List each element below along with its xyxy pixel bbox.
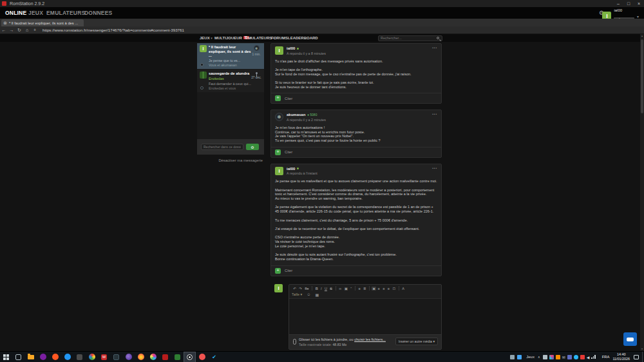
action-center-icon[interactable] (634, 355, 639, 359)
underline-icon[interactable]: U (323, 287, 328, 291)
tray-teams-icon[interactable] (567, 355, 572, 359)
choose-files-link[interactable]: choisir les fichiers... (354, 338, 386, 341)
taskbar-app-media[interactable] (86, 352, 98, 362)
page-scrollbar[interactable]: ▴ ▾ (640, 34, 644, 351)
fullscreen-icon[interactable]: ⊡ (391, 287, 397, 291)
insert-media-button[interactable]: Insérer un autre média ▾ (395, 338, 438, 345)
games-toolbar-label[interactable]: Jeux (526, 355, 535, 359)
thread-checkbox[interactable] (200, 86, 204, 90)
bold-icon[interactable]: B (314, 287, 319, 291)
tray-expand-icon[interactable]: ∧ (538, 355, 540, 359)
menu-emulateurs[interactable]: EMULATEURS (46, 10, 85, 16)
align-right-icon[interactable]: ≡ (381, 287, 386, 291)
nav-jeux[interactable]: JEUX ▾ (200, 36, 213, 40)
redo-icon[interactable]: ↷ (298, 287, 303, 291)
taskbar-app-orange[interactable] (196, 352, 208, 362)
message-author[interactable]: ial00 (287, 46, 295, 50)
tray-color-icon[interactable] (549, 355, 554, 359)
avatar[interactable]: I (275, 167, 283, 175)
menu-jeux[interactable]: JEUX (28, 10, 43, 16)
network-icon[interactable] (591, 355, 596, 359)
align-center-icon[interactable]: ≡ (376, 287, 381, 291)
clock[interactable]: 14:40 11/01/2026 (612, 352, 630, 361)
thread-item-current[interactable]: I * Il faudrait leur expliquer, ils sont… (197, 43, 264, 69)
taskbar-app-purple[interactable] (37, 352, 49, 362)
quote-button[interactable]: Citer (285, 150, 292, 154)
scroll-up-icon[interactable]: ▴ (640, 34, 644, 38)
avatar[interactable]: ✽ (275, 113, 283, 121)
home-icon[interactable]: ⌂ (23, 28, 31, 32)
new-tab-icon[interactable]: + (31, 28, 39, 32)
forward-icon[interactable]: → (8, 28, 15, 32)
font-color-icon[interactable]: A (401, 287, 406, 291)
reload-icon[interactable]: ↻ (15, 28, 23, 33)
menu-donnees[interactable]: DONNEES (84, 10, 112, 16)
react-plus-button[interactable]: + (275, 268, 281, 274)
message-options-icon[interactable]: ••• (432, 46, 437, 55)
taskbar-app-browser[interactable] (61, 352, 73, 362)
start-button[interactable] (0, 352, 12, 362)
folder-search-input[interactable] (201, 144, 243, 150)
message-options-icon[interactable]: ••• (432, 167, 437, 176)
browser-tab[interactable]: ⊗ * Il faudrait leur expliquer, ils sont… (1, 19, 84, 26)
taskbar-app-wheel[interactable] (147, 352, 159, 362)
folder-settings-button[interactable]: ⚙ (246, 144, 259, 150)
message-author[interactable]: akumasan (287, 113, 305, 117)
language-indicator[interactable]: FRA (602, 355, 610, 359)
nav-forums[interactable]: FORUMS (271, 36, 288, 40)
quote-icon[interactable]: ” (349, 287, 353, 291)
thread-checkbox[interactable] (200, 63, 204, 66)
address-bar[interactable]: https://www.romstation.fr/messenger/1746… (43, 28, 184, 32)
message-author[interactable]: ial00 (287, 167, 295, 171)
search-icon[interactable] (437, 37, 439, 39)
taskbar-app-romstation-active[interactable] (184, 352, 196, 362)
taskbar-app-firefox[interactable] (135, 352, 147, 362)
quote-button[interactable]: Citer (285, 269, 292, 272)
romstation-logo-button[interactable] (623, 332, 637, 346)
thread-item-alundra[interactable]: sauvegarde de alundra Enokedas Faut dema… (197, 70, 264, 91)
tray-orange-icon[interactable] (556, 355, 560, 359)
nav-leaderboard[interactable]: LEADERBOARD (288, 36, 318, 40)
emoji-icon[interactable]: ☺ (307, 292, 310, 296)
back-icon[interactable]: ← (0, 28, 8, 32)
table-icon[interactable]: ▦ (315, 292, 319, 297)
taskbar-app-green[interactable] (171, 352, 184, 362)
close-button[interactable]: × (634, 0, 644, 7)
taskbar-app-brave[interactable] (49, 352, 61, 362)
rich-text-editor[interactable]: ↶ ↷ Tx B I U S ∞ ▣ ” ≡ ≣ (289, 284, 442, 350)
disable-messaging-link[interactable]: Désactiver ma messagerie (197, 158, 264, 162)
image-icon[interactable]: ▣ (343, 287, 349, 291)
taskbar-app-check[interactable]: ✔ (208, 352, 220, 362)
site-search-input[interactable] (379, 36, 437, 40)
tray-dot-icon[interactable] (574, 355, 578, 359)
tray-alert-icon[interactable] (580, 355, 585, 359)
maximize-button[interactable]: □ (623, 0, 634, 7)
site-search[interactable] (378, 35, 442, 41)
scrollbar-thumb[interactable] (641, 39, 643, 113)
quote-button[interactable]: Citer (285, 97, 292, 100)
link-icon[interactable]: ∞ (337, 287, 343, 291)
taskbar-app-spark[interactable] (122, 352, 135, 362)
taskbar-app-controller[interactable] (110, 352, 122, 362)
nav-emulateurs[interactable]: EMULATEURS ▾ (245, 36, 274, 40)
font-size-dropdown[interactable]: Taille ▾ (292, 292, 302, 296)
remove-format-icon[interactable]: Tx (303, 287, 310, 291)
volume-icon[interactable]: ◀ (587, 355, 590, 359)
react-plus-button[interactable]: + (275, 95, 281, 101)
react-plus-button[interactable]: + (275, 149, 281, 155)
menu-online[interactable]: ONLINE (5, 10, 26, 16)
message-input-area[interactable] (289, 298, 441, 334)
bullet-list-icon[interactable]: ≡ (357, 287, 362, 291)
taskbar-app-red2[interactable] (159, 352, 171, 362)
undo-icon[interactable]: ↶ (292, 287, 298, 291)
message-options-icon[interactable]: ••• (432, 113, 437, 122)
taskbar-app-gray[interactable] (73, 352, 86, 362)
tab-close-icon[interactable]: ⊗ (3, 21, 7, 26)
numbered-list-icon[interactable]: ≣ (362, 287, 368, 291)
taskbar-app-red[interactable]: M (98, 352, 110, 362)
strikethrough-icon[interactable]: S (328, 287, 334, 291)
tray-mail-icon[interactable]: ✉ (562, 355, 565, 359)
minimize-button[interactable]: – (613, 0, 623, 7)
tray-blue-icon[interactable] (517, 355, 522, 359)
taskbar-app-explorer[interactable] (24, 352, 37, 362)
